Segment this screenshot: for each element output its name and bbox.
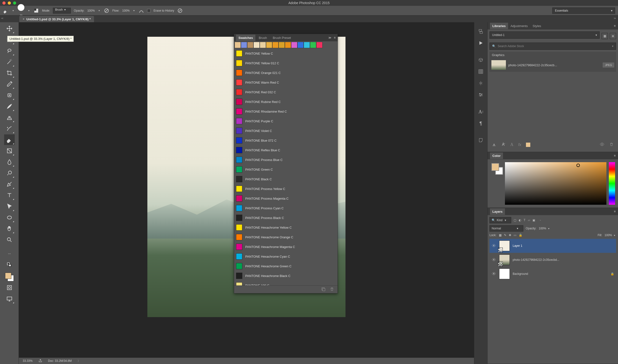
brush-preview-icon[interactable] (18, 4, 24, 11)
swatch-list-item[interactable]: PANTONE Process Blue C (234, 155, 337, 165)
swatch-list-item[interactable]: PANTONE Purple C (234, 116, 337, 126)
swatch-list-item[interactable]: PANTONE Hexachrome Black C (234, 271, 337, 281)
swatch-list-item[interactable]: PANTONE Hexachrome Cyan C (234, 252, 337, 261)
add-layer-style-icon[interactable]: fx (518, 143, 521, 147)
canvas-area[interactable]: Swatches Brush Brush Preset ≫≡ PANTONE Y… (19, 22, 474, 364)
opacity-pressure-icon[interactable] (104, 8, 109, 13)
color-tab[interactable]: Color (490, 153, 503, 159)
lock-all-icon[interactable]: 🔒 (519, 234, 522, 237)
brush-panel-icon[interactable] (33, 8, 39, 13)
crop-tool[interactable] (4, 68, 15, 78)
swatch-list-item[interactable]: PANTONE 100 C (234, 281, 337, 286)
doc-size-value[interactable]: Doc: 33.2M/34.8M (48, 359, 72, 363)
grid-view-icon[interactable]: ▦ (602, 33, 608, 39)
panel-menu-icon[interactable]: ≡ (614, 24, 616, 27)
paragraph-panel-icon[interactable]: ¶ (476, 118, 486, 129)
swatch-list-item[interactable]: PANTONE Green C (234, 165, 337, 174)
swatch-list-item[interactable]: PANTONE Hexachrome Magenta C (234, 242, 337, 252)
swatch-grid-item[interactable] (285, 42, 291, 48)
layers-tab[interactable]: Layers (490, 208, 505, 215)
swatch-list-item[interactable]: PANTONE Yellow C (234, 49, 337, 58)
swatch-list[interactable]: PANTONE Yellow CPANTONE Yellow 012 CPANT… (234, 49, 337, 286)
lock-transparency-icon[interactable]: ▦ (499, 234, 502, 237)
adjustments-panel-icon[interactable] (476, 90, 486, 100)
maximize-window-icon[interactable] (13, 1, 16, 5)
eyedropper-tool[interactable] (4, 79, 15, 90)
swatch-list-item[interactable]: PANTONE Rubine Red C (234, 97, 337, 107)
type-tool[interactable] (4, 190, 15, 201)
blur-tool[interactable] (4, 157, 15, 167)
swatch-list-item[interactable]: PANTONE Orange 021 C (234, 68, 337, 78)
shape-tool[interactable] (4, 212, 15, 223)
delete-swatch-icon[interactable] (330, 287, 334, 292)
tool-preset-arrow-icon[interactable]: ▾ (12, 9, 15, 12)
brush-tab[interactable]: Brush (256, 35, 269, 41)
filter-pixel-icon[interactable]: ▢ (514, 219, 516, 222)
3d-panel-icon[interactable] (476, 55, 486, 65)
swatch-list-item[interactable]: PANTONE Reflex Blue C (234, 145, 337, 155)
swatch-grid-item[interactable] (272, 42, 279, 48)
layer-item[interactable]: Background🔒 (489, 267, 616, 281)
mode-select[interactable]: Brush ▾ (53, 8, 71, 13)
swatch-list-item[interactable]: PANTONE Hexachrome Green C (234, 261, 337, 271)
eraser-tool-icon[interactable] (3, 8, 9, 13)
opacity-arrow-icon[interactable]: ▾ (547, 227, 550, 230)
history-brush-tool[interactable] (4, 123, 15, 134)
swatch-grid-item[interactable] (304, 42, 310, 48)
brush-tool[interactable] (4, 101, 15, 112)
navigator-panel-icon[interactable] (476, 66, 486, 77)
edit-toolbar-icon[interactable]: ⋯ (4, 248, 15, 259)
swatch-list-item[interactable]: PANTONE Process Yellow C (234, 184, 337, 194)
swatch-grid-item[interactable] (241, 42, 247, 48)
notes-panel-icon[interactable] (476, 135, 486, 145)
delete-asset-icon[interactable] (609, 142, 614, 147)
list-view-icon[interactable]: ≣ (610, 33, 616, 39)
layer-thumbnail[interactable] (499, 255, 510, 265)
panel-menu-icon[interactable]: ≡ (614, 210, 616, 213)
swatch-list-item[interactable]: PANTONE Yellow 012 C (234, 58, 337, 68)
styles-tab[interactable]: Styles (530, 23, 543, 29)
swatch-list-item[interactable]: PANTONE Red 032 C (234, 87, 337, 97)
filter-shape-icon[interactable]: ▱ (528, 219, 530, 222)
panel-menu-icon[interactable]: ≡ (334, 36, 335, 39)
swatch-grid-item[interactable] (260, 42, 266, 48)
screen-mode-icon[interactable] (4, 293, 15, 304)
library-select[interactable]: Untitled-1▾ (489, 31, 600, 39)
lock-position-icon[interactable]: ✥ (509, 234, 511, 237)
stock-search-input[interactable]: 🔍 Search Adobe Stock ▾ (489, 42, 616, 50)
fill-arrow-icon[interactable]: ▾ (613, 234, 616, 237)
swatch-list-item[interactable]: PANTONE Hexachrome Yellow C (234, 223, 337, 232)
color-field[interactable] (505, 162, 606, 205)
swatch-grid-item[interactable] (291, 42, 297, 48)
status-arrow-icon[interactable]: 〉 (77, 359, 80, 363)
eraser-tool[interactable] (4, 134, 15, 145)
size-pressure-icon[interactable] (177, 8, 183, 13)
layer-name[interactable]: photo-1429279684222-2c35cecbd... (513, 258, 559, 261)
layer-thumbnail[interactable] (499, 269, 510, 279)
close-window-icon[interactable] (2, 1, 6, 5)
swatch-grid-item[interactable] (266, 42, 272, 48)
swatch-list-item[interactable]: PANTONE Warm Red C (234, 78, 337, 87)
airbrush-icon[interactable] (138, 8, 144, 13)
zoom-value[interactable]: 33.33% (23, 359, 33, 363)
swatch-list-item[interactable]: PANTONE Rhodamine Red C (234, 107, 337, 116)
minimize-window-icon[interactable] (8, 1, 11, 5)
add-character-style-icon[interactable] (501, 142, 505, 147)
path-selection-tool[interactable] (4, 201, 15, 212)
opacity-arrow-icon[interactable]: ▾ (98, 9, 101, 12)
add-text-style-icon[interactable]: A (510, 142, 513, 147)
filter-toggle-icon[interactable]: ◦ (540, 219, 541, 222)
swatch-list-item[interactable]: PANTONE Hexachrome Orange C (234, 232, 337, 242)
foreground-color-swatch[interactable] (5, 273, 11, 279)
filter-smart-icon[interactable]: ▣ (532, 219, 535, 222)
magic-wand-tool[interactable] (4, 57, 15, 67)
swatch-list-item[interactable]: PANTONE Blue 072 C (234, 136, 337, 145)
swatch-grid-item[interactable] (316, 42, 322, 48)
pen-tool[interactable] (4, 179, 15, 190)
lock-artboard-icon[interactable]: ▭ (514, 234, 516, 237)
swatch-list-item[interactable]: PANTONE Process Magenta C (234, 194, 337, 203)
adjustments-tab[interactable]: Adjustments (508, 23, 530, 29)
filter-type-icon[interactable]: T (524, 219, 525, 222)
clone-stamp-tool[interactable] (4, 112, 15, 123)
gradient-tool[interactable] (4, 145, 15, 156)
